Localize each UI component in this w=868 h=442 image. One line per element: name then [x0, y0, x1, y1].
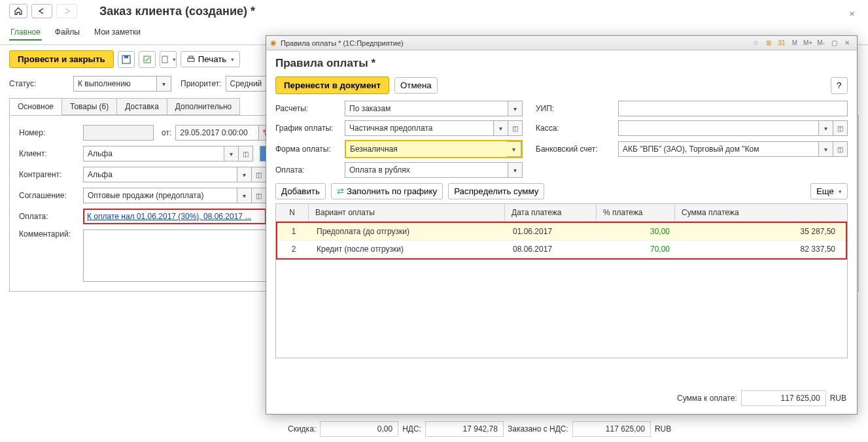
- open-icon[interactable]: ◫: [833, 141, 848, 157]
- vat-value: 17 942,78: [425, 421, 504, 437]
- minimize-icon[interactable]: ▢: [828, 38, 840, 48]
- svg-rect-1: [124, 56, 128, 58]
- arrow-left-icon: [38, 8, 46, 14]
- comment-field[interactable]: [83, 230, 266, 282]
- modal-titlebar[interactable]: ◉ Правила оплаты * (1С:Предприятие) ☆ ⊞ …: [266, 36, 857, 50]
- fill-button[interactable]: ⇄Заполнить по графику: [331, 183, 443, 199]
- fill-label: Заполнить по графику: [347, 186, 437, 196]
- subtab-basic[interactable]: Основное: [9, 98, 62, 115]
- counterparty-field[interactable]: Альфа: [83, 167, 237, 182]
- document-icon: [160, 55, 168, 64]
- close-icon[interactable]: ✕: [841, 38, 853, 48]
- add-button[interactable]: Добавить: [275, 183, 326, 199]
- table-row[interactable]: 1 Предоплата (до отгрузки) 01.06.2017 30…: [277, 223, 846, 241]
- currency: RUB: [655, 424, 671, 434]
- modal-payment-rules: ◉ Правила оплаты * (1С:Предприятие) ☆ ⊞ …: [266, 35, 858, 415]
- uip-field[interactable]: [618, 101, 848, 116]
- open-icon[interactable]: ◫: [833, 120, 848, 136]
- tab-notes[interactable]: Мои заметки: [93, 25, 142, 41]
- from-label: от:: [162, 128, 171, 137]
- th-sum[interactable]: Сумма платежа: [675, 204, 847, 221]
- open-icon[interactable]: ◫: [239, 146, 253, 162]
- modal-window-title: Правила оплаты * (1С:Предприятие): [281, 39, 404, 47]
- help-button[interactable]: ?: [831, 77, 848, 94]
- favorite-icon[interactable]: ☆: [750, 38, 761, 48]
- print-button[interactable]: Печать: [181, 51, 241, 67]
- post-button[interactable]: [139, 51, 156, 68]
- pay-select[interactable]: Оплата в рублях: [345, 162, 508, 178]
- discount-label: Скидка:: [288, 424, 316, 434]
- kassa-field[interactable]: [618, 120, 819, 136]
- home-icon: [14, 7, 23, 15]
- create-based-button[interactable]: [160, 51, 177, 68]
- footer: Скидка: 0,00 НДС: 17 942,78 Заказано с Н…: [288, 421, 671, 437]
- dropdown-icon[interactable]: ▾: [819, 141, 833, 157]
- dropdown-icon[interactable]: ▾: [507, 141, 521, 157]
- subtab-goods[interactable]: Товары (6): [61, 98, 117, 115]
- dropdown-icon[interactable]: ▾: [157, 76, 171, 92]
- distribute-button[interactable]: Распределить сумму: [448, 183, 544, 199]
- subtab-delivery[interactable]: Доставка: [116, 98, 167, 115]
- close-button[interactable]: ×: [849, 8, 855, 19]
- dropdown-icon[interactable]: ▾: [224, 146, 239, 162]
- date-field[interactable]: 29.05.2017 0:00:00: [175, 125, 259, 141]
- tab-main[interactable]: Главное: [9, 25, 42, 41]
- print-label: Печать: [198, 54, 227, 64]
- th-n[interactable]: N: [276, 204, 309, 221]
- cell-n: 2: [277, 241, 310, 258]
- th-variant[interactable]: Вариант оплаты: [309, 204, 505, 221]
- dropdown-icon[interactable]: ▾: [819, 120, 833, 136]
- payform-select[interactable]: Безналичная: [346, 141, 507, 157]
- payform-label: Форма оплаты:: [275, 144, 339, 154]
- m-plus-icon[interactable]: M+: [802, 38, 814, 48]
- cell-date: 08.06.2017: [506, 241, 598, 258]
- cell-date: 01.06.2017: [506, 223, 598, 240]
- counterparty-label: Контрагент:: [19, 170, 79, 179]
- payment-link[interactable]: К оплате нал 01.06.2017 (30%), 08.06.201…: [87, 212, 251, 221]
- save-button[interactable]: [118, 51, 135, 68]
- m-icon[interactable]: M: [789, 38, 801, 48]
- cell-variant: Предоплата (до отгрузки): [310, 223, 506, 240]
- th-percent[interactable]: % платежа: [597, 204, 675, 221]
- back-button[interactable]: [31, 4, 52, 18]
- transfer-button[interactable]: Перенести в документ: [275, 76, 389, 94]
- kassa-label: Касса:: [536, 124, 613, 133]
- svg-rect-3: [162, 56, 167, 63]
- dropdown-icon[interactable]: ▾: [237, 167, 252, 182]
- svg-rect-4: [188, 58, 194, 61]
- status-select[interactable]: К выполнению: [73, 76, 157, 92]
- cancel-button[interactable]: Отмена: [394, 77, 438, 94]
- status-label: Статус:: [9, 79, 69, 88]
- open-icon[interactable]: ◫: [508, 120, 523, 136]
- client-field[interactable]: Альфа: [83, 146, 224, 162]
- bank-field[interactable]: АКБ "ВПБ" (ЗАО), Торговый дом "Ком: [618, 141, 819, 157]
- table-row[interactable]: 2 Кредит (после отгрузки) 08.06.2017 70,…: [277, 241, 846, 258]
- subtab-additional[interactable]: Дополнительно: [167, 98, 240, 115]
- calculator-icon[interactable]: ⊞: [763, 38, 774, 48]
- cell-percent: 30,00: [598, 223, 676, 240]
- post-close-button[interactable]: Провести и закрыть: [9, 50, 114, 68]
- dropdown-icon[interactable]: ▾: [508, 101, 523, 116]
- svg-rect-5: [189, 56, 193, 58]
- ordered-value: 117 625,00: [572, 421, 651, 437]
- forward-button[interactable]: [56, 4, 77, 18]
- home-button[interactable]: [9, 4, 27, 18]
- dropdown-icon[interactable]: ▾: [508, 162, 523, 178]
- sched-label: График оплаты:: [275, 124, 339, 133]
- open-icon[interactable]: ◫: [252, 167, 266, 182]
- more-button[interactable]: Еще: [810, 183, 848, 199]
- tab-files[interactable]: Файлы: [54, 25, 81, 41]
- uip-label: УИП:: [536, 104, 613, 113]
- dropdown-icon[interactable]: ▾: [237, 188, 252, 203]
- open-icon[interactable]: ◫: [252, 188, 266, 203]
- save-icon: [122, 55, 131, 64]
- sched-select[interactable]: Частичная предоплата: [345, 120, 494, 136]
- m-minus-icon[interactable]: M-: [815, 38, 827, 48]
- agreement-field[interactable]: Оптовые продажи (предоплата): [83, 188, 237, 203]
- calc-select[interactable]: По заказам: [345, 101, 508, 116]
- calendar-icon[interactable]: 31: [776, 38, 788, 48]
- total-value: 117 625,00: [741, 390, 826, 406]
- number-label: Номер:: [19, 128, 79, 137]
- dropdown-icon[interactable]: ▾: [494, 120, 508, 136]
- th-date[interactable]: Дата платежа: [505, 204, 597, 221]
